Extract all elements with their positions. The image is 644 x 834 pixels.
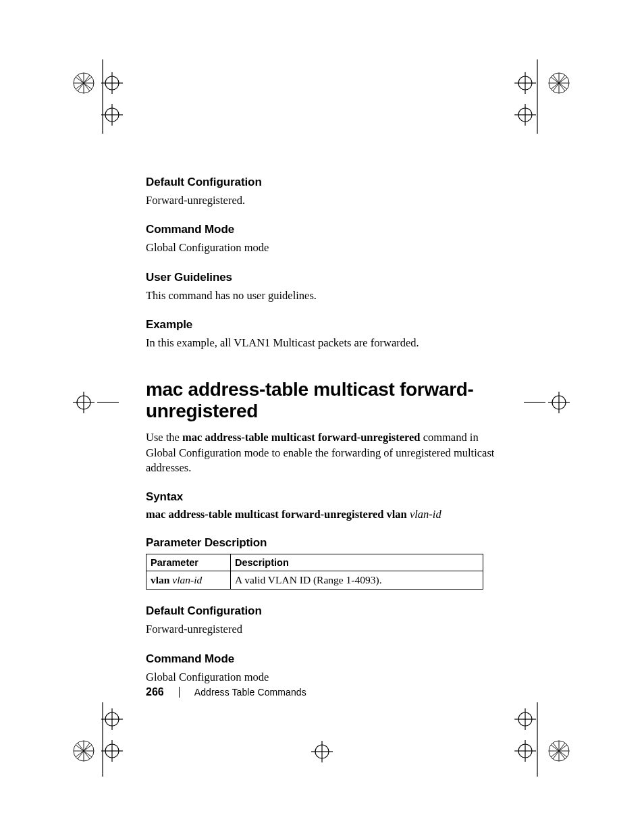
th-description: Description [231,554,483,571]
heading-user-guidelines: User Guidelines [146,271,497,284]
heading-command-mode-2: Command Mode [146,652,497,666]
page-footer: 266 Address Table Commands [146,686,306,698]
heading-syntax: Syntax [146,490,497,504]
heading-default-config-1: Default Configuration [146,176,497,189]
table-header-row: Parameter Description [146,554,483,571]
syntax-italic: vlan-id [410,508,441,521]
heading-parameter-description: Parameter Description [146,536,497,550]
td-parameter-bold: vlan [151,574,172,585]
command-intro-bold: mac address-table multicast forward-unre… [182,431,420,444]
crop-mark-icon [505,702,579,777]
heading-example: Example [146,318,497,332]
command-title: mac address-table multicast forward-unre… [146,379,497,422]
body-default-config-1: Forward-unregistered. [146,193,497,208]
parameter-table: Parameter Description vlan vlan-id A val… [146,554,483,590]
crop-mark-icon [65,702,132,777]
crop-mark-icon [65,59,132,134]
table-row: vlan vlan-id A valid VLAN ID (Range 1-40… [146,571,483,590]
crop-mark-icon [505,59,579,134]
syntax-bold: mac address-table multicast forward-unre… [146,508,410,521]
td-parameter: vlan vlan-id [146,571,231,590]
heading-default-config-2: Default Configuration [146,604,497,618]
page-number: 266 [146,686,164,698]
footer-separator [179,687,180,698]
crop-mark-icon [305,735,339,768]
body-user-guidelines: This command has no user guidelines. [146,288,497,303]
command-intro-pre: Use the [146,431,182,444]
syntax-line: mac address-table multicast forward-unre… [146,508,497,521]
page-body: Default Configuration Forward-unregister… [146,176,497,700]
td-description: A valid VLAN ID (Range 1-4093). [231,571,483,590]
heading-command-mode-1: Command Mode [146,223,497,236]
body-command-mode-2: Global Configuration mode [146,670,497,685]
footer-section: Address Table Commands [194,687,306,698]
crop-mark-icon [65,389,119,416]
body-command-mode-1: Global Configuration mode [146,240,497,255]
command-intro: Use the mac address-table multicast forw… [146,430,497,475]
body-example: In this example, all VLAN1 Multicast pac… [146,336,497,350]
td-parameter-italic: vlan-id [172,574,202,585]
body-default-config-2: Forward-unregistered [146,622,497,637]
crop-mark-icon [524,389,578,416]
th-parameter: Parameter [146,554,231,571]
